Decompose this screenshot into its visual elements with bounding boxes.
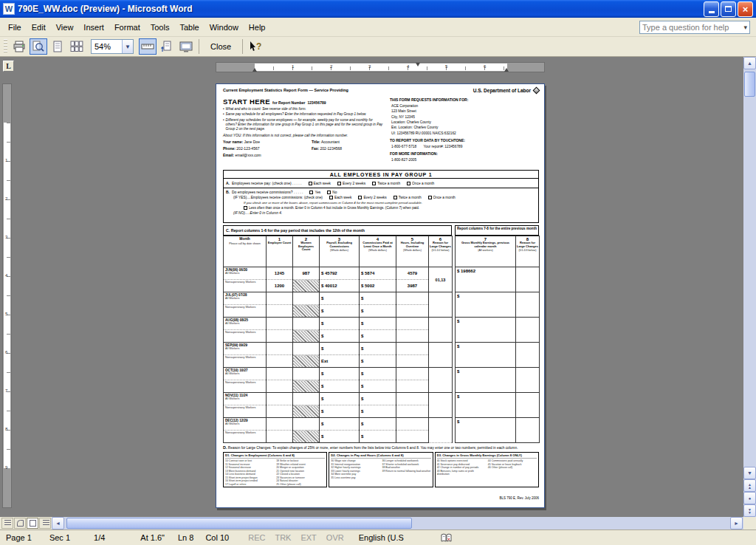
menu-edit[interactable]: Edit [27, 21, 51, 34]
gross-earnings-cell: $ [456, 343, 516, 368]
select-browse-object-button[interactable]: ● [743, 492, 756, 504]
scroll-down-button[interactable]: ▼ [743, 467, 756, 479]
company-street: 123 Main Street [390, 109, 539, 114]
all-workers-label: All Workers [225, 397, 264, 400]
previous-page-button[interactable]: ▲▲ [743, 479, 756, 492]
data-cell: 1245 [267, 267, 293, 280]
menu-window[interactable]: Window [205, 21, 244, 34]
scroll-up-button[interactable]: ▲ [743, 57, 756, 69]
multiple-pages-button[interactable] [68, 38, 86, 55]
vertical-scroll-thumb[interactable] [744, 72, 755, 97]
data-cell [267, 431, 293, 443]
vertical-ruler[interactable]: 123456789 [2, 83, 12, 508]
menu-file[interactable]: File [3, 21, 27, 34]
tab-alignment-selector[interactable]: L [3, 61, 14, 72]
maximize-button[interactable] [721, 1, 736, 17]
status-line: Ln 8 [178, 533, 193, 542]
shrink-to-fit-icon [161, 41, 173, 52]
view-ruler-button[interactable] [139, 38, 157, 55]
print-layout-view-button[interactable] [27, 518, 38, 529]
zoom-dropdown-arrow-icon[interactable]: ▼ [122, 40, 133, 53]
right-indent-marker[interactable] [504, 68, 509, 72]
bullet-icon: • [223, 107, 224, 112]
next-page-button[interactable]: ▼▼ [743, 504, 756, 517]
menu-tools[interactable]: Tools [145, 21, 175, 34]
data-cell: $ [360, 292, 396, 305]
zoom-select[interactable]: 54% ▼ [91, 39, 134, 54]
data-cell [293, 355, 320, 368]
data-cell: $ 5002 [360, 280, 396, 292]
contact-fax: Fax: 202-1234568 [312, 146, 384, 151]
data-cell [293, 368, 320, 380]
data-cell [293, 305, 320, 318]
one-page-button[interactable] [49, 38, 66, 55]
full-screen-button[interactable] [177, 38, 195, 55]
menu-table[interactable]: Table [174, 21, 204, 34]
shrink-to-fit-button[interactable] [158, 38, 176, 55]
normal-view-button[interactable] [1, 518, 13, 529]
outline-view-button[interactable] [39, 518, 51, 529]
horizontal-scroll-thumb[interactable] [66, 518, 412, 529]
menu-help[interactable]: Help [244, 21, 271, 34]
mode-rec[interactable]: REC [248, 533, 265, 542]
document-page[interactable]: Current Employment Statistics Report For… [216, 83, 545, 508]
toolbar-separator [199, 39, 199, 54]
minimize-button[interactable] [704, 1, 719, 17]
data-cell [267, 343, 293, 355]
help-button[interactable]: ? [247, 38, 264, 55]
column-header: 6Reason for Large Changes(D1-D2 below) [429, 236, 453, 267]
dropdown-arrow-icon[interactable]: ▾ [743, 24, 747, 31]
section-c-left: C. Report columns 1-6 for the pay period… [223, 225, 452, 236]
close-window-button[interactable]: × [738, 1, 753, 17]
table-row: Nonsupervisory WorkersExt$ [224, 355, 453, 368]
reason-codes-column: 44 Commissions paid annually45 Vacation … [488, 459, 537, 476]
mode-ext[interactable]: EXT [300, 533, 316, 542]
data-cell: $ [360, 418, 396, 431]
toolbar-grip[interactable] [4, 39, 7, 54]
data-cell [396, 368, 429, 380]
data-cell: $ [360, 330, 396, 343]
horizontal-scrollbar[interactable]: ◄ ► [0, 517, 743, 529]
data-cell [396, 305, 429, 318]
data-cell [396, 330, 429, 343]
table-row: OCT(10) 10/27All Workers$$ [224, 368, 453, 380]
scroll-left-button[interactable]: ◄ [52, 517, 64, 529]
reason-codes-column: 40 Stock options exercised41 Severance p… [437, 459, 486, 476]
close-preview-button[interactable]: Close [202, 39, 239, 54]
print-button[interactable] [10, 38, 28, 55]
company-location: Location: Charles County [390, 120, 539, 125]
reason-code-item: 39 Return to normal following bad weathe… [382, 470, 431, 473]
commission-frequency-once-a-month: Once a month [428, 196, 456, 199]
web-layout-view-button[interactable] [14, 518, 26, 529]
ask-question-box[interactable]: Type a question for help ▾ [639, 21, 750, 34]
table-row: Nonsupervisory Workers$$ [224, 405, 453, 418]
menu-bar: FileEditViewInsertFormatToolsTableWindow… [0, 18, 756, 37]
data-cell [396, 418, 429, 431]
data-cell [267, 330, 293, 343]
table-row: $ 198662 [456, 267, 540, 292]
help-pointer-icon [250, 41, 255, 52]
table-row: $ [456, 393, 540, 418]
bullet-text: What and who to count: See reverse side … [226, 107, 306, 112]
pay-frequency-every-2-weeks: Every 2 weeks [337, 182, 365, 185]
data-cell: $ [320, 431, 360, 443]
menu-view[interactable]: View [51, 21, 79, 34]
vertical-scrollbar[interactable]: ▲ ▼ ▲▲ ● ▼▼ [743, 57, 756, 517]
hanging-indent-marker[interactable] [252, 68, 257, 72]
data-cell: $ 40012 [320, 280, 360, 292]
mode-ovr[interactable]: OVR [326, 533, 344, 542]
ruler-number: 7 [5, 388, 7, 393]
magnifier-button[interactable] [30, 38, 47, 55]
first-line-indent-marker[interactable] [416, 63, 420, 66]
spelling-status-icon[interactable] [441, 533, 452, 543]
touchtone-line: 1-800-677-5718 Your report#: 123456789 [390, 144, 539, 149]
mode-trk[interactable]: TRK [275, 533, 291, 542]
month-cell: OCT(10) 10/27All Workers [224, 368, 267, 380]
scroll-right-button[interactable]: ► [730, 517, 743, 529]
menu-insert[interactable]: Insert [78, 21, 109, 34]
data-cell: $ 45792 [320, 267, 360, 280]
horizontal-ruler[interactable]: 123456 [216, 62, 545, 72]
title-bar: W 790E_WW.doc (Preview) - Microsoft Word… [0, 0, 756, 18]
data-cell [293, 280, 320, 292]
menu-format[interactable]: Format [109, 21, 145, 34]
